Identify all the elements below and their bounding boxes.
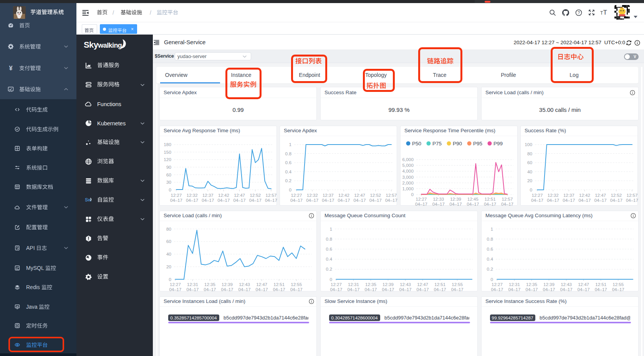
svg-text:04–17: 04–17 xyxy=(365,287,377,292)
svg-text:04–17: 04–17 xyxy=(186,287,199,292)
svg-text:12:35: 12:35 xyxy=(365,282,376,287)
svg-text:12:52: 12:52 xyxy=(611,193,622,198)
svg-text:?: ? xyxy=(578,10,580,15)
svg-text:0.2: 0.2 xyxy=(326,266,332,272)
svg-text:12:42: 12:42 xyxy=(579,193,590,198)
svg-text:12:37: 12:37 xyxy=(323,193,334,198)
svg-text:04–17: 04–17 xyxy=(450,202,462,206)
svg-text:1: 1 xyxy=(329,226,332,232)
svg-text:04–17: 04–17 xyxy=(233,198,246,203)
svg-text:12:55: 12:55 xyxy=(452,282,463,287)
svg-text:12:27: 12:27 xyxy=(291,193,302,198)
svg-text:12:31: 12:31 xyxy=(187,282,198,287)
svg-text:80: 80 xyxy=(527,151,533,156)
svg-text:12:35: 12:35 xyxy=(526,282,537,287)
svg-text:120: 120 xyxy=(164,157,171,162)
svg-text:12:27: 12:27 xyxy=(171,193,182,198)
svg-text:12:43: 12:43 xyxy=(561,282,572,287)
svg-text:0: 0 xyxy=(289,187,291,193)
svg-text:150: 150 xyxy=(164,150,171,155)
svg-text:12:52: 12:52 xyxy=(250,193,261,198)
svg-text:80: 80 xyxy=(166,226,172,232)
svg-text:0.4: 0.4 xyxy=(285,169,292,175)
svg-text:12:37: 12:37 xyxy=(563,193,574,198)
svg-text:04–17: 04–17 xyxy=(451,287,464,292)
svg-text:1,000: 1,000 xyxy=(402,186,414,191)
svg-text:5,000: 5,000 xyxy=(402,163,414,168)
svg-text:20: 20 xyxy=(166,264,172,269)
svg-text:100: 100 xyxy=(525,142,532,147)
svg-text:04–17: 04–17 xyxy=(306,198,318,203)
svg-text:04–17: 04–17 xyxy=(256,287,268,292)
svg-text:0.8: 0.8 xyxy=(326,236,333,242)
svg-text:04–17: 04–17 xyxy=(467,202,479,206)
svg-text:04–17: 04–17 xyxy=(610,198,622,203)
svg-text:12:43: 12:43 xyxy=(400,282,411,287)
svg-text:04–17: 04–17 xyxy=(543,287,555,292)
svg-text:04–17: 04–17 xyxy=(626,198,638,203)
svg-text:12:32: 12:32 xyxy=(187,193,198,198)
svg-text:04–17: 04–17 xyxy=(249,198,262,203)
svg-text:P90: P90 xyxy=(453,141,462,146)
svg-text:12:42: 12:42 xyxy=(338,193,349,198)
svg-text:0.6: 0.6 xyxy=(326,246,333,252)
svg-text:04–17: 04–17 xyxy=(563,198,575,203)
svg-text:04–17: 04–17 xyxy=(578,198,591,203)
svg-text:1: 1 xyxy=(289,142,291,147)
svg-text:04–17: 04–17 xyxy=(221,287,233,292)
svg-text:0.2: 0.2 xyxy=(285,178,291,183)
svg-text:P75: P75 xyxy=(432,141,442,146)
svg-text:04–17: 04–17 xyxy=(595,287,607,292)
svg-text:04–17: 04–17 xyxy=(204,287,216,292)
svg-text:04–17: 04–17 xyxy=(578,287,590,292)
svg-text:12:35: 12:35 xyxy=(204,282,215,287)
svg-text:12:47: 12:47 xyxy=(595,193,606,198)
svg-text:04–17: 04–17 xyxy=(273,287,285,292)
svg-text:12:31: 12:31 xyxy=(509,282,520,287)
svg-text:12:47: 12:47 xyxy=(417,282,428,287)
svg-text:04–17: 04–17 xyxy=(432,202,445,206)
svg-text:20: 20 xyxy=(527,178,533,183)
svg-text:04–17: 04–17 xyxy=(186,198,198,203)
svg-text:¥: ¥ xyxy=(9,65,13,71)
svg-text:04–17: 04–17 xyxy=(290,198,303,203)
svg-text:12:47: 12:47 xyxy=(234,193,245,198)
svg-text:12:27: 12:27 xyxy=(331,282,342,287)
svg-text:P99: P99 xyxy=(493,141,503,146)
svg-text:04–17: 04–17 xyxy=(170,198,182,203)
svg-text:0: 0 xyxy=(530,187,532,193)
svg-text:12:27: 12:27 xyxy=(416,197,427,201)
svg-text:12:47: 12:47 xyxy=(256,282,267,287)
svg-text:12:55: 12:55 xyxy=(613,282,624,287)
svg-text:T: T xyxy=(603,9,607,16)
svg-text:60: 60 xyxy=(527,160,533,165)
svg-text:12:47: 12:47 xyxy=(354,193,365,198)
svg-text:04–17: 04–17 xyxy=(347,287,359,292)
svg-text:04–17: 04–17 xyxy=(417,287,429,292)
svg-text:04–17: 04–17 xyxy=(265,198,277,203)
svg-text:12:47: 12:47 xyxy=(578,282,589,287)
svg-text:P95: P95 xyxy=(473,141,482,146)
svg-text:04–17: 04–17 xyxy=(547,198,559,203)
svg-text:0: 0 xyxy=(490,277,493,282)
svg-text:04–17: 04–17 xyxy=(202,198,214,203)
svg-text:04–17: 04–17 xyxy=(330,287,342,292)
svg-text:12:31: 12:31 xyxy=(348,282,359,287)
svg-text:0: 0 xyxy=(329,277,332,282)
svg-text:04–17: 04–17 xyxy=(531,198,543,203)
svg-text:P50: P50 xyxy=(412,141,421,146)
svg-text:12:45: 12:45 xyxy=(467,197,478,201)
svg-text:04–17: 04–17 xyxy=(526,287,538,292)
svg-text:12:55: 12:55 xyxy=(291,282,302,287)
svg-text:0.6: 0.6 xyxy=(285,160,292,165)
svg-text:12:27: 12:27 xyxy=(532,193,543,198)
svg-text:04–17: 04–17 xyxy=(612,287,624,292)
svg-text:12:33: 12:33 xyxy=(433,197,444,201)
svg-text:12:57: 12:57 xyxy=(627,193,638,198)
svg-text:60: 60 xyxy=(166,239,172,244)
svg-text:0: 0 xyxy=(411,192,414,197)
svg-text:12:39: 12:39 xyxy=(222,282,233,287)
svg-text:04–17: 04–17 xyxy=(385,198,397,203)
svg-text:04–17: 04–17 xyxy=(369,198,382,203)
svg-text:180: 180 xyxy=(164,142,171,147)
